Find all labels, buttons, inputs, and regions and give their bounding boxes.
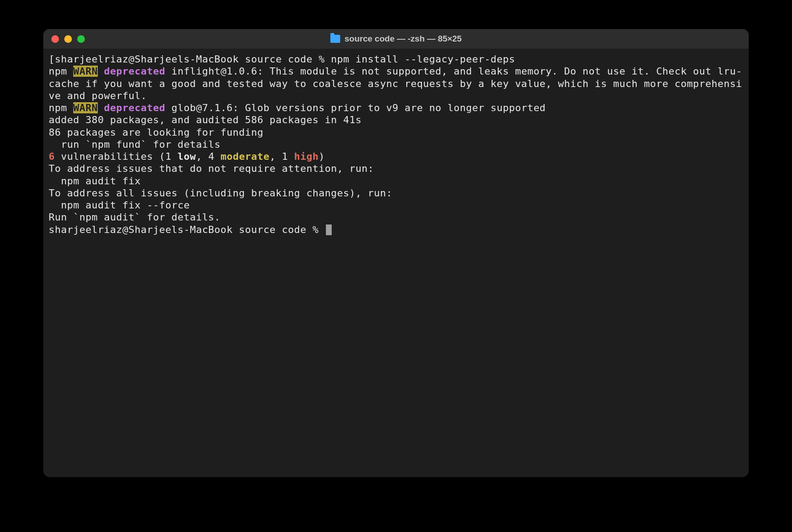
terminal-output[interactable]: [sharjeelriaz@Sharjeels-MacBook source c… xyxy=(43,49,749,477)
vuln-moderate: moderate xyxy=(221,151,270,162)
terminal-window: source code — -zsh — 85×25 [sharjeelriaz… xyxy=(43,29,749,477)
close-icon[interactable] xyxy=(51,35,59,43)
deprecated-label: deprecated xyxy=(98,102,165,113)
added-packages-line: added 380 packages, and audited 586 pack… xyxy=(49,114,743,126)
vuln-text: ) xyxy=(319,151,325,162)
titlebar: source code — -zsh — 85×25 xyxy=(43,29,749,49)
warn-line-2: npm WARN deprecated glob@7.1.6: Glob ver… xyxy=(49,102,743,114)
prompt-line: [sharjeelriaz@Sharjeels-MacBook source c… xyxy=(49,53,743,65)
vuln-high: high xyxy=(294,151,319,162)
warn-line-1: npm WARN deprecated inflight@1.0.6: This… xyxy=(49,65,743,102)
deprecated-label: deprecated xyxy=(98,66,165,77)
funding-line-1: 86 packages are looking for funding xyxy=(49,126,743,138)
vuln-text: , 4 xyxy=(196,151,221,162)
shell-prompt: sharjeelriaz@Sharjeels-MacBook source co… xyxy=(49,224,325,235)
window-title: source code — -zsh — 85×25 xyxy=(345,34,462,44)
folder-icon xyxy=(330,35,340,43)
vuln-low: low xyxy=(178,151,196,162)
cursor-icon xyxy=(326,224,332,235)
warn-badge: WARN xyxy=(73,102,98,113)
maximize-icon[interactable] xyxy=(77,35,85,43)
minimize-icon[interactable] xyxy=(64,35,72,43)
warn-message-2: glob@7.1.6: Glob versions prior to v9 ar… xyxy=(165,102,546,113)
vuln-text: , 1 xyxy=(270,151,294,162)
prompt-bracket: [ xyxy=(49,54,55,65)
traffic-lights xyxy=(51,35,85,43)
shell-prompt: sharjeelriaz@Sharjeels-MacBook source co… xyxy=(55,54,331,65)
npm-label: npm xyxy=(49,102,73,113)
address-all-1: To address all issues (including breakin… xyxy=(49,187,743,199)
prompt-line-2: sharjeelriaz@Sharjeels-MacBook source co… xyxy=(49,224,743,236)
npm-label: npm xyxy=(49,66,73,77)
vulnerabilities-line: 6 vulnerabilities (1 low, 4 moderate, 1 … xyxy=(49,150,743,162)
window-title-wrap: source code — -zsh — 85×25 xyxy=(43,34,749,44)
funding-line-2: run `npm fund` for details xyxy=(49,138,743,150)
address-all-2: npm audit fix --force xyxy=(49,199,743,211)
vuln-text: vulnerabilities (1 xyxy=(55,151,178,162)
entered-command: npm install --legacy-peer-deps xyxy=(331,54,515,65)
vuln-count: 6 xyxy=(49,151,55,162)
address-no-attention-2: npm audit fix xyxy=(49,175,743,187)
run-audit-line: Run `npm audit` for details. xyxy=(49,211,743,223)
address-no-attention-1: To address issues that do not require at… xyxy=(49,162,743,175)
warn-badge: WARN xyxy=(73,66,98,77)
